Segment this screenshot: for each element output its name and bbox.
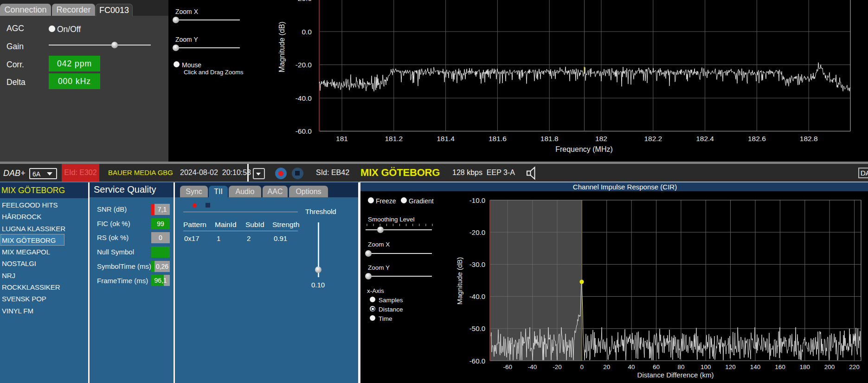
svg-text:-40: -40: [528, 364, 537, 370]
svg-text:Magnitude (dB): Magnitude (dB): [278, 21, 286, 72]
svg-text:182.8: 182.8: [800, 135, 818, 143]
svg-text:180: 180: [800, 364, 810, 370]
svg-text:-20.0: -20.0: [469, 228, 485, 236]
svg-text:0.0: 0.0: [302, 28, 312, 36]
svg-text:Magnitude (dB): Magnitude (dB): [456, 257, 463, 305]
svg-text:140: 140: [750, 364, 761, 370]
svg-text:-30.0: -30.0: [469, 260, 485, 268]
svg-text:160: 160: [775, 364, 785, 370]
svg-text:220: 220: [849, 364, 860, 370]
svg-text:181.8: 181.8: [540, 135, 559, 143]
svg-text:Frequency (MHz): Frequency (MHz): [555, 145, 613, 153]
svg-text:120: 120: [725, 364, 736, 370]
svg-text:-20: -20: [553, 364, 562, 370]
svg-text:182.6: 182.6: [748, 135, 766, 143]
svg-text:80: 80: [677, 364, 684, 370]
svg-text:181.4: 181.4: [437, 135, 455, 143]
svg-text:0: 0: [580, 364, 584, 370]
svg-text:-50.0: -50.0: [469, 325, 485, 332]
svg-text:-20.0: -20.0: [296, 61, 312, 69]
svg-text:100: 100: [701, 364, 711, 370]
svg-text:200: 200: [824, 364, 835, 370]
svg-text:-40.0: -40.0: [296, 94, 312, 102]
svg-text:20: 20: [603, 364, 610, 370]
svg-text:-60.0: -60.0: [469, 357, 485, 365]
svg-text:Distance Difference (km): Distance Difference (km): [637, 371, 714, 379]
svg-text:20.0: 20.0: [298, 0, 312, 2]
svg-text:181: 181: [336, 135, 348, 143]
svg-text:-40.0: -40.0: [469, 292, 485, 300]
svg-text:182.2: 182.2: [644, 135, 662, 143]
svg-text:181.2: 181.2: [385, 135, 403, 143]
svg-text:-60.0: -60.0: [296, 127, 312, 135]
svg-text:182: 182: [595, 135, 607, 143]
svg-text:40: 40: [628, 364, 635, 370]
svg-text:60: 60: [653, 364, 660, 370]
svg-text:-10.0: -10.0: [469, 196, 485, 204]
svg-text:182.4: 182.4: [696, 135, 714, 143]
svg-text:181.6: 181.6: [489, 135, 507, 143]
svg-text:-60: -60: [503, 364, 512, 370]
